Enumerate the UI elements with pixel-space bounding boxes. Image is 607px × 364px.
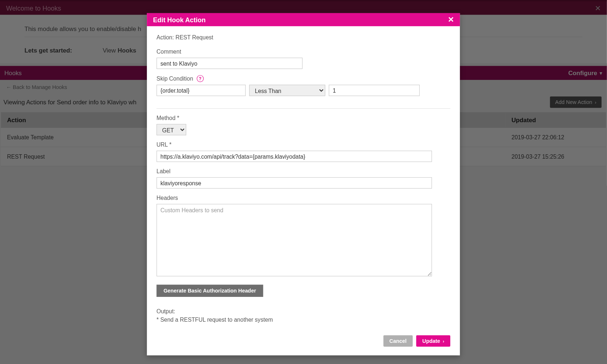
- chevron-right-icon: ›: [443, 338, 444, 343]
- edit-hook-action-modal: Edit Hook Action × Action: REST Request …: [147, 13, 460, 355]
- url-label: URL *: [157, 142, 450, 148]
- output-description: * Send a RESTFUL request to another syst…: [157, 317, 450, 323]
- modal-body: Action: REST Request Comment Skip Condit…: [147, 26, 460, 328]
- modal-footer: Cancel Update ›: [147, 328, 460, 356]
- skip-condition-label: Skip Condition: [157, 75, 193, 82]
- help-icon[interactable]: ?: [196, 75, 203, 82]
- update-button[interactable]: Update ›: [416, 335, 450, 346]
- page-root: Welcome to Hooks × This module allows yo…: [0, 0, 607, 364]
- skip-value-input[interactable]: [329, 85, 420, 96]
- modal-title: Edit Hook Action: [153, 16, 206, 23]
- label-field-label: Label: [157, 168, 450, 175]
- skip-field-input[interactable]: [157, 85, 246, 96]
- skip-operator-select[interactable]: Less Than: [249, 85, 325, 96]
- cancel-button[interactable]: Cancel: [383, 335, 413, 346]
- output-label: Output:: [157, 308, 450, 315]
- update-button-label: Update: [422, 338, 440, 344]
- skip-condition-label-row: Skip Condition ?: [157, 75, 450, 82]
- modal-header: Edit Hook Action ×: [147, 13, 460, 26]
- url-input[interactable]: [157, 151, 432, 162]
- method-select[interactable]: GET: [157, 124, 186, 135]
- comment-label: Comment: [157, 49, 450, 55]
- headers-label: Headers: [157, 195, 450, 201]
- generate-auth-header-button[interactable]: Generate Basic Authorization Header: [157, 284, 263, 297]
- output-block: Output: * Send a RESTFUL request to anot…: [157, 308, 450, 323]
- headers-textarea[interactable]: [157, 204, 432, 276]
- close-icon[interactable]: ×: [448, 15, 454, 24]
- divider: [157, 108, 450, 109]
- comment-input[interactable]: [157, 58, 303, 69]
- action-type-line: Action: REST Request: [157, 34, 450, 40]
- label-input[interactable]: [157, 177, 432, 189]
- skip-condition-row: Less Than: [157, 85, 450, 96]
- method-label: Method *: [157, 115, 450, 121]
